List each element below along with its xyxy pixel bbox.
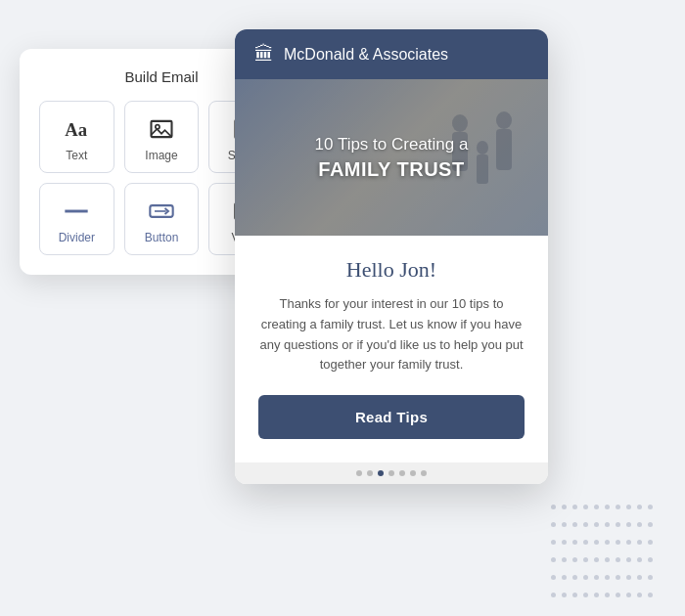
nav-dot-2 [367, 470, 373, 476]
email-body: Hello Jon! Thanks for your interest in o… [235, 236, 548, 462]
svg-point-3 [156, 125, 160, 129]
image-icon [148, 115, 175, 143]
text-icon: Aa [63, 115, 90, 143]
button-icon [148, 198, 175, 225]
nav-dot-7 [421, 470, 427, 476]
svg-point-15 [496, 111, 512, 129]
building-icon: 🏛 [254, 43, 274, 66]
hero-line2: FAMILY TRUST [315, 158, 469, 181]
block-image-label: Image [145, 149, 177, 162]
block-divider-label: Divider [59, 231, 95, 244]
svg-point-13 [452, 114, 468, 132]
nav-dot-5 [399, 470, 405, 476]
nav-dot-1 [356, 470, 362, 476]
read-tips-button[interactable]: Read Tips [258, 395, 525, 439]
svg-text:Aa: Aa [66, 119, 88, 140]
block-divider[interactable]: Divider [39, 183, 114, 255]
hero-text: 10 Tips to Creating a FAMILY TRUST [296, 135, 488, 181]
email-header: 🏛 McDonald & Associates [235, 29, 548, 79]
block-text[interactable]: Aa Text [39, 101, 114, 173]
email-greeting: Hello Jon! [258, 257, 525, 283]
nav-dot-3 [378, 470, 384, 476]
block-button-label: Button [145, 231, 179, 244]
email-body-text: Thanks for your interest in our 10 tips … [258, 294, 525, 375]
nav-dot-4 [388, 470, 394, 476]
block-button[interactable]: Button [124, 183, 200, 255]
email-preview-panel: 🏛 McDonald & Associates 10 Tips to Creat… [235, 29, 548, 484]
nav-dot-6 [410, 470, 416, 476]
svg-rect-16 [496, 129, 512, 170]
hero-line1: 10 Tips to Creating a [315, 135, 469, 154]
scene: const dg = document.currentScript.parent… [0, 0, 685, 616]
brand-name: McDonald & Associates [284, 46, 448, 64]
block-image[interactable]: Image [124, 101, 200, 173]
nav-dots [235, 462, 548, 484]
dot-grid-decoration: const dg = document.currentScript.parent… [548, 499, 665, 596]
email-hero: 10 Tips to Creating a FAMILY TRUST [235, 79, 548, 236]
divider-icon [63, 198, 90, 225]
block-text-label: Text [66, 149, 87, 162]
